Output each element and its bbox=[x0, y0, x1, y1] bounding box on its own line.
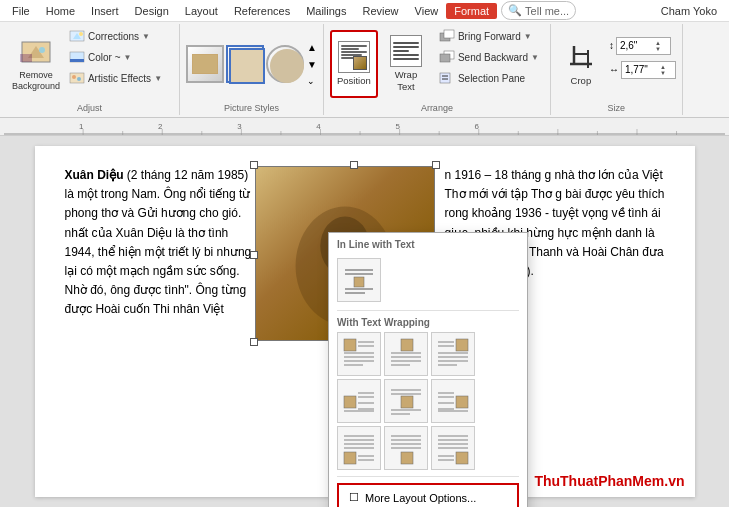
send-backward-button[interactable]: Send Backward ▼ bbox=[434, 48, 544, 68]
height-down[interactable]: ▼ bbox=[655, 46, 661, 52]
handle-tr[interactable] bbox=[432, 161, 440, 169]
picture-styles-label: Picture Styles bbox=[180, 103, 323, 113]
svg-rect-3 bbox=[20, 54, 32, 62]
artistic-arrow: ▼ bbox=[154, 74, 162, 83]
svg-rect-20 bbox=[440, 73, 450, 83]
svg-rect-14 bbox=[230, 49, 264, 83]
crop-label: Crop bbox=[571, 75, 592, 86]
adjust-group-label: Adjust bbox=[0, 103, 179, 113]
menu-references[interactable]: References bbox=[226, 3, 298, 19]
svg-rect-28 bbox=[4, 133, 725, 135]
menu-format[interactable]: Format bbox=[446, 3, 497, 19]
styles-down-arrow[interactable]: ▼ bbox=[307, 59, 317, 70]
pos-mid-left[interactable] bbox=[337, 379, 381, 423]
width-spinner[interactable]: ▲ ▼ bbox=[660, 64, 666, 76]
styles-expand[interactable]: ⌄ bbox=[307, 76, 317, 86]
pos-bot-center[interactable] bbox=[384, 426, 428, 470]
svg-rect-92 bbox=[401, 396, 413, 408]
crop-button[interactable]: Crop bbox=[557, 30, 605, 98]
corrections-button[interactable]: Corrections ▼ bbox=[64, 27, 167, 47]
handle-tc[interactable] bbox=[350, 161, 358, 169]
pos-mid-center[interactable] bbox=[384, 379, 428, 423]
handle-ml[interactable] bbox=[250, 251, 258, 259]
styles-up-arrow[interactable]: ▲ bbox=[307, 42, 317, 53]
more-layout-button[interactable]: ☐ More Layout Options... bbox=[337, 483, 519, 507]
tell-me-box[interactable]: 🔍 Tell me... bbox=[501, 1, 576, 20]
color-button[interactable]: Color ~ ▼ bbox=[64, 48, 167, 68]
width-down[interactable]: ▼ bbox=[660, 70, 666, 76]
pos-row-2 bbox=[337, 379, 519, 423]
arrange-small-buttons: Bring Forward ▼ Send Backward ▼ Selectio… bbox=[434, 27, 544, 101]
bring-forward-icon bbox=[439, 29, 455, 45]
artistic-effects-button[interactable]: Artistic Effects ▼ bbox=[64, 69, 167, 89]
menu-bar: File Home Insert Design Layout Reference… bbox=[0, 0, 729, 22]
svg-rect-19 bbox=[440, 54, 450, 62]
pos-bot-right[interactable] bbox=[431, 426, 475, 470]
remove-background-icon bbox=[20, 36, 52, 68]
height-field[interactable]: 2,6" ▲ ▼ bbox=[616, 37, 671, 55]
menu-mailings[interactable]: Mailings bbox=[298, 3, 354, 19]
svg-point-11 bbox=[77, 77, 81, 81]
arrange-group-label: Arrange bbox=[324, 103, 550, 113]
wrap-text-icon bbox=[390, 35, 422, 67]
svg-point-15 bbox=[270, 49, 304, 83]
wrap-text-button[interactable]: WrapText bbox=[382, 30, 430, 98]
tell-me-text: Tell me... bbox=[525, 5, 569, 17]
height-icon: ↕ bbox=[609, 40, 614, 51]
menu-layout[interactable]: Layout bbox=[177, 3, 226, 19]
svg-rect-59 bbox=[354, 277, 364, 287]
pos-top-left[interactable] bbox=[337, 332, 381, 376]
user-info: Cham Yoko bbox=[661, 5, 725, 17]
crop-icon bbox=[565, 41, 597, 73]
svg-rect-13 bbox=[193, 55, 217, 73]
menu-home[interactable]: Home bbox=[38, 3, 83, 19]
style-thumb-1[interactable] bbox=[186, 45, 224, 83]
pos-row-1 bbox=[337, 332, 519, 376]
pos-row-3 bbox=[337, 426, 519, 470]
svg-rect-85 bbox=[344, 396, 356, 408]
handle-tl[interactable] bbox=[250, 161, 258, 169]
menu-design[interactable]: Design bbox=[127, 3, 177, 19]
ribbon-group-adjust: RemoveBackground Corrections ▼ Color ~ ▼ bbox=[0, 24, 180, 115]
style-thumb-3[interactable] bbox=[266, 45, 304, 83]
inline-grid bbox=[329, 254, 527, 310]
menu-view[interactable]: View bbox=[407, 3, 447, 19]
ribbon-group-picture-styles: ▲ ▼ ⌄ Picture Styles bbox=[180, 24, 324, 115]
pos-mid-right[interactable] bbox=[431, 379, 475, 423]
width-field[interactable]: 1,77" ▲ ▼ bbox=[621, 61, 676, 79]
send-backward-icon bbox=[439, 50, 455, 66]
ribbon: RemoveBackground Corrections ▼ Color ~ ▼ bbox=[0, 22, 729, 118]
pos-inline-center[interactable] bbox=[337, 258, 381, 302]
svg-point-6 bbox=[79, 32, 83, 36]
more-layout-divider bbox=[337, 476, 519, 477]
bring-forward-button[interactable]: Bring Forward ▼ bbox=[434, 27, 544, 47]
height-spinner[interactable]: ▲ ▼ bbox=[655, 40, 661, 52]
pos-bot-left[interactable] bbox=[337, 426, 381, 470]
menu-file[interactable]: File bbox=[4, 3, 38, 19]
position-button[interactable]: Position bbox=[330, 30, 378, 98]
size-group-label: Size bbox=[551, 103, 682, 113]
color-label: Color ~ bbox=[88, 52, 121, 63]
bring-forward-label: Bring Forward bbox=[458, 31, 521, 42]
section2-label: With Text Wrapping bbox=[329, 311, 527, 332]
menu-insert[interactable]: Insert bbox=[83, 3, 127, 19]
artistic-effects-label: Artistic Effects bbox=[88, 73, 151, 84]
corrections-arrow: ▼ bbox=[142, 32, 150, 41]
handle-bl[interactable] bbox=[250, 338, 258, 346]
document-area: Xuân Diệu (2 tháng 12 năm 1985) là một t… bbox=[0, 136, 729, 507]
remove-background-button[interactable]: RemoveBackground bbox=[12, 30, 60, 98]
size-content: Crop ↕ 2,6" ▲ ▼ ↔ 1,7 bbox=[557, 26, 676, 113]
layout-options-icon: ☐ bbox=[349, 491, 359, 504]
svg-rect-119 bbox=[456, 452, 468, 464]
selection-pane-button[interactable]: Selection Pane bbox=[434, 69, 544, 89]
pos-top-center[interactable] bbox=[384, 332, 428, 376]
style-thumb-2[interactable] bbox=[226, 45, 264, 83]
position-dropdown: In Line with Text With Text Wrapping bbox=[328, 232, 528, 507]
position-label: Position bbox=[337, 75, 371, 86]
width-icon: ↔ bbox=[609, 64, 619, 75]
svg-rect-27 bbox=[4, 119, 725, 135]
menu-review[interactable]: Review bbox=[355, 3, 407, 19]
send-backward-label: Send Backward bbox=[458, 52, 528, 63]
pos-top-right[interactable] bbox=[431, 332, 475, 376]
ruler-svg: 1 2 3 4 5 6 bbox=[4, 119, 725, 135]
